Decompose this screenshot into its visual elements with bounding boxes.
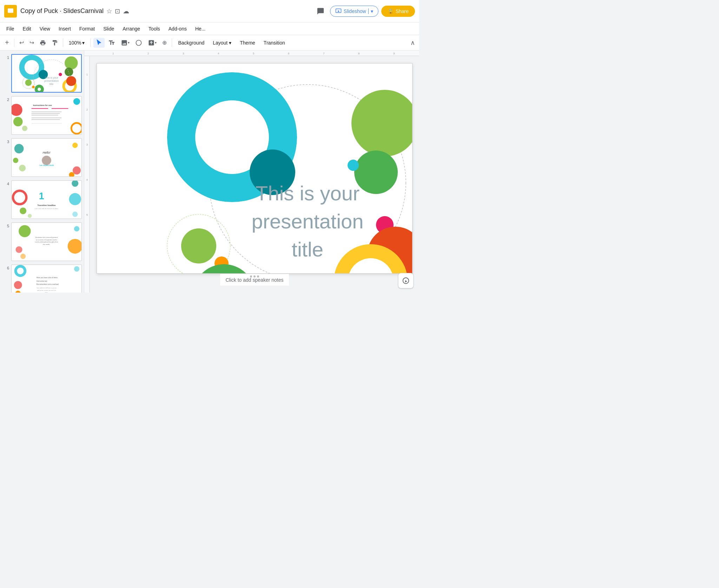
slide-preview-5: Quotations are commonly printed as a mea…: [11, 222, 82, 261]
comment-button[interactable]: [314, 5, 327, 18]
speaker-notes[interactable]: Click to add speaker notes: [220, 274, 289, 286]
line-tool-button[interactable]: ▾: [146, 38, 159, 48]
svg-point-39: [19, 165, 26, 172]
svg-text:9: 9: [393, 52, 395, 55]
slide-num-4: 4: [2, 182, 9, 186]
shape-tool-button[interactable]: [133, 38, 144, 48]
line-arrow-icon: ▾: [155, 41, 157, 45]
menu-help[interactable]: He...: [192, 25, 209, 33]
share-button[interactable]: 🔒 Share: [381, 6, 415, 17]
transition-label: Transition: [264, 40, 285, 46]
slide-thumb-2[interactable]: 2 Instructions for use: [1, 95, 83, 135]
slide-thumb-3[interactable]: 3 Hello! I am Jayden Smith: [1, 138, 83, 178]
svg-point-109: [348, 160, 359, 171]
svg-rect-29: [52, 108, 68, 109]
image-tool-button[interactable]: ▾: [119, 38, 132, 48]
menu-bar: File Edit View Insert Format Slide Arran…: [0, 22, 419, 35]
menu-addons[interactable]: Add-ons: [165, 25, 190, 33]
ruler-v-area: 1 2 3 4 5: [84, 56, 419, 293]
layout-button[interactable]: Layout ▾: [209, 39, 235, 47]
svg-point-69: [14, 281, 22, 289]
slide-thumb-1[interactable]: 1: [1, 53, 83, 93]
svg-point-49: [20, 207, 26, 214]
svg-text:title: title: [292, 238, 323, 261]
slide-thumb-6[interactable]: 6 Here you have a list of items And some…: [1, 264, 83, 293]
svg-rect-33: [31, 118, 61, 118]
plus-tool-button[interactable]: ⊕: [160, 38, 169, 47]
svg-text:both.: both.: [45, 292, 48, 293]
fab-button[interactable]: [398, 273, 414, 288]
toolbar: + ↩ ↪ 100% ▾ ▾: [0, 35, 419, 51]
svg-text:presentation: presentation: [251, 210, 363, 233]
menu-file[interactable]: File: [3, 25, 18, 33]
present-button[interactable]: Slideshow ▾: [330, 6, 378, 17]
svg-point-23: [73, 98, 80, 105]
svg-point-37: [14, 144, 24, 153]
textbox-tool-button[interactable]: [106, 38, 117, 48]
slide-thumb-5[interactable]: 5 Quotations are commonly printed as a m…: [1, 222, 83, 262]
menu-format[interactable]: Format: [76, 25, 98, 33]
slide-num-3: 3: [2, 140, 9, 144]
doc-title: Copy of Puck · SlidesCarnival: [20, 7, 104, 15]
redo-button[interactable]: ↪: [27, 38, 36, 47]
background-button[interactable]: Background: [175, 39, 208, 47]
add-slide-button[interactable]: +: [3, 37, 11, 48]
undo-button[interactable]: ↩: [17, 38, 26, 47]
svg-text:I am Jayden Smith: I am Jayden Smith: [39, 165, 54, 166]
menu-arrange[interactable]: Arrange: [119, 25, 144, 33]
background-label: Background: [178, 40, 205, 46]
menu-edit[interactable]: Edit: [19, 25, 35, 33]
svg-point-50: [28, 214, 32, 218]
slide-canvas[interactable]: This is your presentation title: [97, 63, 413, 274]
toolbar-sep-3: [90, 39, 91, 47]
theme-button[interactable]: Theme: [236, 39, 259, 47]
svg-point-110: [181, 228, 216, 263]
bookmark-icon[interactable]: ⊡: [115, 7, 120, 15]
svg-rect-32: [31, 115, 58, 115]
svg-rect-31: [31, 113, 60, 114]
slide-preview-6: Here you have a list of items And some t…: [11, 265, 82, 293]
slide-num-1: 1: [2, 55, 9, 60]
svg-text:2: 2: [147, 52, 149, 55]
slide-num-5: 5: [2, 224, 9, 228]
svg-point-57: [19, 225, 31, 237]
present-dropdown[interactable]: ▾: [368, 8, 373, 14]
horizontal-ruler: 1 2 3 4 5 6 7 8 9: [84, 51, 419, 56]
svg-point-59: [16, 246, 22, 253]
menu-slide[interactable]: Slide: [100, 25, 118, 33]
menu-view[interactable]: View: [36, 25, 54, 33]
svg-text:as a means of inspiration and : as a means of inspiration and to: [36, 239, 58, 241]
svg-text:Quotations are commonly printe: Quotations are commonly printed: [35, 236, 58, 238]
svg-point-13: [38, 88, 41, 91]
menu-insert[interactable]: Insert: [55, 25, 74, 33]
share-lock-icon: 🔒: [388, 8, 394, 14]
select-tool-button[interactable]: [93, 38, 105, 48]
svg-rect-35: [31, 123, 61, 123]
paint-format-button[interactable]: [50, 38, 60, 47]
svg-text:This is your: This is your: [45, 76, 58, 79]
svg-text:well as the content, but won't: well as the content, but won't do: [37, 290, 56, 291]
toolbar-collapse-button[interactable]: ∧: [409, 38, 416, 48]
svg-point-38: [13, 158, 18, 163]
layout-label: Layout: [213, 40, 227, 46]
zoom-arrow-icon: ▾: [82, 40, 85, 46]
svg-text:2: 2: [86, 108, 88, 111]
svg-text:invoke philosophical thoughts : invoke philosophical thoughts from: [35, 241, 58, 243]
vertical-ruler: 1 2 3 4 5: [84, 56, 90, 293]
svg-text:Your audience will listen to y: Your audience will listen to you as: [37, 287, 57, 289]
toolbar-sep-4: [172, 39, 172, 47]
print-button[interactable]: [38, 38, 48, 47]
slide-num-6: 6: [2, 266, 9, 270]
zoom-button[interactable]: 100% ▾: [66, 39, 87, 47]
svg-point-41: [73, 166, 81, 174]
svg-text:Transition headline: Transition headline: [37, 204, 55, 206]
menu-tools[interactable]: Tools: [145, 25, 164, 33]
notes-drag-handle: [250, 275, 259, 278]
svg-text:5: 5: [253, 52, 255, 55]
svg-point-108: [354, 151, 398, 194]
transition-button[interactable]: Transition: [260, 39, 289, 47]
slide-thumb-4[interactable]: 4 1 Transition headline Let's start with…: [1, 180, 83, 220]
cloud-icon[interactable]: ☁: [123, 7, 129, 15]
star-icon[interactable]: ☆: [106, 7, 112, 15]
speaker-notes-placeholder: Click to add speaker notes: [226, 277, 284, 283]
